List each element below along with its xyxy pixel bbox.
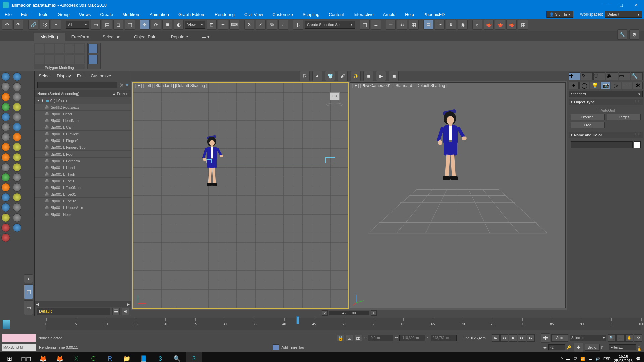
- rail-icon[interactable]: [13, 213, 21, 222]
- teapot-icon[interactable]: 🫖: [484, 20, 494, 30]
- vp-tool-icon[interactable]: 🖌: [338, 71, 348, 81]
- timeline-config-icon[interactable]: [3, 320, 10, 329]
- rail-icon[interactable]: [13, 143, 21, 152]
- minimize-button[interactable]: —: [598, 0, 613, 10]
- se-menu-select[interactable]: Select: [39, 73, 51, 78]
- teapot3-icon[interactable]: 🫖: [506, 20, 517, 30]
- free-button[interactable]: Free: [571, 122, 605, 128]
- next-frame-button[interactable]: ▸▸: [518, 334, 526, 342]
- autogrid-checkbox[interactable]: AutoGrid: [571, 108, 641, 112]
- rail-icon[interactable]: [13, 123, 21, 131]
- menu-interactive[interactable]: Interactive: [349, 10, 378, 19]
- percent-snap-button[interactable]: %: [267, 20, 277, 30]
- menu-phoenixfd[interactable]: PhoenixFD: [419, 10, 449, 19]
- camtasia-icon[interactable]: C: [85, 352, 101, 362]
- y-input[interactable]: -118,302cm: [399, 335, 425, 341]
- rail-icon[interactable]: [13, 82, 21, 91]
- current-frame-input[interactable]: [548, 344, 565, 350]
- select-object-button[interactable]: ▭: [91, 20, 101, 30]
- abs-icon[interactable]: ▦: [355, 335, 362, 341]
- rail-icon[interactable]: [1, 183, 10, 192]
- rail-icon[interactable]: [1, 93, 10, 101]
- viewport-camera-label[interactable]: [ + ] [PhysCamera001 ] [Standard ] [Defa…: [352, 83, 447, 88]
- se-item-row[interactable]: Bip001 L Toe0: [35, 178, 131, 184]
- rail-icon[interactable]: [13, 103, 21, 111]
- curve-editor-button[interactable]: ≋: [397, 20, 407, 30]
- timeline-playhead[interactable]: [296, 316, 299, 324]
- rail-icon[interactable]: [13, 173, 21, 182]
- se-item-row[interactable]: Bip001 L Finger0Nub: [35, 144, 131, 151]
- play-button[interactable]: ▶: [509, 334, 517, 342]
- placement-button[interactable]: ◐: [174, 20, 184, 30]
- rail-icon[interactable]: [1, 203, 10, 212]
- ribbon-btn[interactable]: [75, 44, 84, 53]
- lock-icon[interactable]: 🔒: [337, 335, 344, 341]
- tray-cloud-icon[interactable]: ☁: [588, 357, 592, 361]
- rail-icon[interactable]: [1, 103, 10, 111]
- create-tab[interactable]: ✚: [569, 72, 580, 80]
- tray-notifications-icon[interactable]: 💬: [636, 357, 641, 361]
- nav-icon[interactable]: ✋: [637, 347, 642, 352]
- tray-volume-icon[interactable]: 🔊: [595, 357, 600, 361]
- se-menu-customize[interactable]: Customize: [91, 73, 111, 78]
- menu-group[interactable]: Group: [53, 10, 74, 19]
- named-sel-button[interactable]: {}: [293, 20, 303, 30]
- rail-icon[interactable]: [1, 113, 10, 121]
- firefox-icon[interactable]: 🦊: [52, 352, 68, 362]
- se-item-row[interactable]: Bip001 Neck: [35, 211, 131, 218]
- ribbon-btn[interactable]: [35, 44, 44, 53]
- rail-icon[interactable]: [1, 173, 10, 182]
- rail-icon[interactable]: [1, 233, 10, 242]
- geometry-icon[interactable]: ●: [569, 82, 579, 89]
- se-item-row[interactable]: Bip001 L UpperArm: [35, 204, 131, 211]
- close-icon[interactable]: ✕: [119, 82, 124, 88]
- selection-filter-dropdown[interactable]: All▾: [66, 21, 89, 29]
- ribbon-btn[interactable]: [88, 55, 98, 64]
- vp-tool-icon[interactable]: ✨: [351, 71, 361, 81]
- rail-icon[interactable]: [13, 163, 21, 172]
- menu-rendering[interactable]: Rendering: [210, 10, 239, 19]
- scroll-left-icon[interactable]: ◂: [35, 301, 40, 307]
- move-button[interactable]: ✥: [140, 20, 150, 30]
- align-button[interactable]: ≣: [371, 20, 381, 30]
- rail-icon[interactable]: [1, 193, 10, 202]
- menu-arnold[interactable]: Arnold: [378, 10, 400, 19]
- se-root-row[interactable]: ▾ 👁 ☰ 0 (default): [35, 97, 131, 104]
- menu-views[interactable]: Views: [74, 10, 95, 19]
- display-tab[interactable]: ▭: [619, 72, 630, 80]
- se-item-row[interactable]: Bip001 L Clavicle: [35, 131, 131, 137]
- ribbon-btn[interactable]: [75, 55, 84, 64]
- 3dsmax-active-icon[interactable]: 3: [186, 352, 202, 362]
- ribbon-btn[interactable]: [45, 44, 54, 53]
- camera-target-gizmo[interactable]: [206, 159, 212, 163]
- timetag-icon[interactable]: [273, 344, 279, 350]
- x-input[interactable]: -0,0cm: [368, 335, 393, 341]
- workspace-dropdown[interactable]: Default▾: [605, 11, 642, 18]
- rail-icon[interactable]: [1, 82, 10, 91]
- se-item-row[interactable]: Bip001 L Finger0: [35, 137, 131, 144]
- vp-tool-icon[interactable]: ⎘: [300, 71, 310, 81]
- pager-prev-button[interactable]: <: [322, 310, 328, 316]
- motion-tab[interactable]: ◉: [606, 72, 618, 80]
- taskview-button[interactable]: ◻◻: [18, 352, 34, 362]
- se-header[interactable]: Name (Sorted Ascending) ▲ Frozen: [35, 90, 131, 97]
- se-hierarchy-icon[interactable]: ⊞: [122, 308, 129, 315]
- render-setup-button[interactable]: ☼: [472, 20, 482, 30]
- revit-icon[interactable]: R: [102, 352, 118, 362]
- ribbon-collapse-button[interactable]: ▬ ▾: [195, 33, 216, 41]
- unlink-button[interactable]: ⛓: [40, 20, 50, 30]
- se-menu-display[interactable]: Display: [57, 73, 71, 78]
- vp-tool-icon[interactable]: ●: [312, 71, 322, 81]
- rail-icon[interactable]: [13, 93, 21, 101]
- rail-icon[interactable]: [13, 72, 21, 81]
- eye-icon[interactable]: 👁: [41, 99, 44, 103]
- nav-icon[interactable]: ⊡: [637, 339, 642, 343]
- se-item-row[interactable]: Bip001 Footsteps: [35, 104, 131, 111]
- rail-icon[interactable]: [13, 193, 21, 202]
- refcoord-dropdown[interactable]: View▾: [185, 21, 205, 29]
- tray-battery-icon[interactable]: ▬: [566, 357, 570, 361]
- select-rect-button[interactable]: ◻: [113, 20, 123, 30]
- rollout-namecolor[interactable]: ▾Name and Color⋮⋮: [569, 132, 643, 138]
- teapot2-icon[interactable]: 🫖: [495, 20, 505, 30]
- menu-scripting[interactable]: Scripting: [298, 10, 324, 19]
